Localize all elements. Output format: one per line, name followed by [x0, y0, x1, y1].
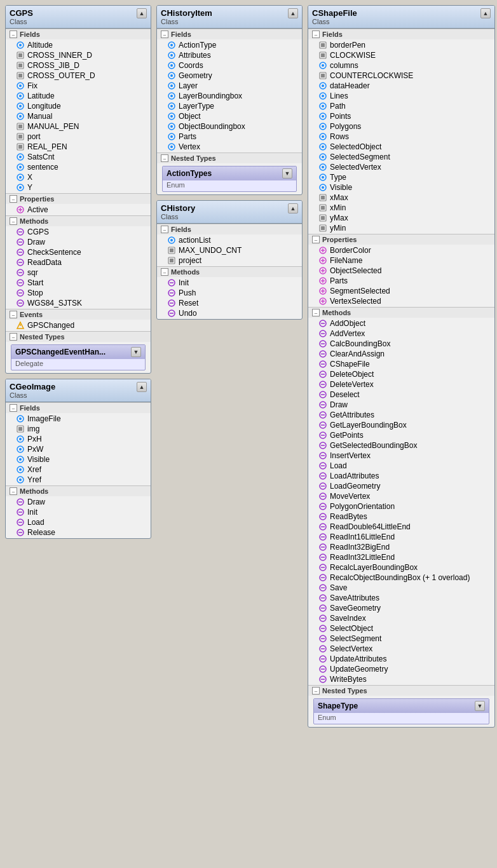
list-item[interactable]: Manual	[6, 111, 151, 121]
list-item[interactable]: Xref	[6, 465, 151, 475]
nested-type-actiontypes-collapse[interactable]: ▼	[282, 168, 292, 179]
cshapefile-properties-toggle[interactable]: –	[312, 236, 320, 243]
list-item[interactable]: port	[6, 132, 151, 142]
list-item[interactable]: Stop	[6, 288, 151, 298]
list-item[interactable]: img	[6, 424, 151, 434]
list-item[interactable]: SelectVertex	[308, 644, 494, 654]
list-item[interactable]: MAX_UNDO_CNT	[157, 245, 302, 255]
list-item[interactable]: ReadInt32BigEnd	[308, 542, 494, 552]
list-item[interactable]: Longitude	[6, 101, 151, 111]
list-item[interactable]: Polygons	[308, 121, 494, 132]
list-item[interactable]: Attributes	[157, 50, 302, 60]
list-item[interactable]: BorderColor	[308, 245, 494, 255]
list-item[interactable]: MANUAL_PEN	[6, 121, 151, 132]
list-item[interactable]: Draw	[6, 497, 151, 507]
cshapefile-nested-toggle[interactable]: –	[312, 687, 320, 695]
list-item[interactable]: CLOCKWISE	[308, 50, 494, 60]
list-item[interactable]: PxW	[6, 444, 151, 454]
list-item[interactable]: xMin	[308, 203, 494, 213]
list-item[interactable]: CROSS_JIB_D	[6, 60, 151, 71]
list-item[interactable]: SaveIndex	[308, 613, 494, 623]
list-item[interactable]: CalcBoundingBox	[308, 339, 494, 349]
list-item[interactable]: dataHeader	[308, 81, 494, 91]
chistoryitem-collapse-btn[interactable]: ▲	[288, 8, 298, 18]
list-item[interactable]: Parts	[308, 276, 494, 286]
cgeoimage-fields-toggle[interactable]: –	[10, 404, 17, 412]
list-item[interactable]: Path	[308, 101, 494, 111]
list-item[interactable]: Load	[6, 517, 151, 527]
list-item[interactable]: CShapeFile	[308, 359, 494, 369]
list-item[interactable]: InsertVertex	[308, 451, 494, 461]
list-item[interactable]: Yref	[6, 475, 151, 485]
list-item[interactable]: Init	[157, 278, 302, 288]
chistory-fields-toggle[interactable]: –	[161, 226, 168, 233]
list-item[interactable]: ReadInt32LittleEnd	[308, 552, 494, 562]
list-item[interactable]: Geometry	[157, 71, 302, 81]
list-item[interactable]: borderPen	[308, 40, 494, 50]
list-item[interactable]: Coords	[157, 60, 302, 71]
list-item[interactable]: LayerBoundingbox	[157, 91, 302, 101]
list-item[interactable]: VertexSelected	[308, 296, 494, 306]
list-item[interactable]: SelectedVertex	[308, 162, 494, 172]
list-item[interactable]: CGPS	[6, 227, 151, 237]
list-item[interactable]: UpdateGeometry	[308, 664, 494, 674]
chistoryitem-fields-toggle[interactable]: –	[161, 31, 168, 38]
list-item[interactable]: FileName	[308, 255, 494, 266]
list-item[interactable]: Draw	[308, 400, 494, 410]
list-item[interactable]: GPSChanged	[6, 320, 151, 330]
cgeoimage-methods-toggle[interactable]: –	[10, 487, 17, 495]
list-item[interactable]: Layer	[157, 81, 302, 91]
chistory-methods-toggle[interactable]: –	[161, 268, 168, 276]
list-item[interactable]: UpdateAttributes	[308, 654, 494, 664]
list-item[interactable]: LayerType	[157, 101, 302, 111]
list-item[interactable]: MoveVertex	[308, 491, 494, 501]
cgeoimage-collapse-btn[interactable]: ▲	[137, 382, 147, 392]
list-item[interactable]: PolygonOrientation	[308, 501, 494, 512]
list-item[interactable]: yMax	[308, 213, 494, 223]
cgps-nested-toggle[interactable]: –	[10, 333, 17, 341]
cgps-properties-toggle[interactable]: –	[10, 195, 17, 203]
list-item[interactable]: Load	[308, 461, 494, 471]
list-item[interactable]: SegmentSelected	[308, 286, 494, 296]
list-item[interactable]: yMin	[308, 223, 494, 233]
list-item[interactable]: LoadAttributes	[308, 471, 494, 481]
cshapefile-collapse-btn[interactable]: ▲	[480, 8, 491, 18]
list-item[interactable]: COUNTERCLOCKWISE	[308, 71, 494, 81]
list-item[interactable]: CROSS_INNER_D	[6, 50, 151, 60]
list-item[interactable]: SelectedSegment	[308, 152, 494, 162]
list-item[interactable]: GetSelectedBoundingBox	[308, 440, 494, 451]
list-item[interactable]: actionList	[157, 235, 302, 245]
list-item[interactable]: SatsCnt	[6, 152, 151, 162]
list-item[interactable]: Lines	[308, 91, 494, 101]
list-item[interactable]: WGS84_SJTSK	[6, 298, 151, 308]
nested-type-collapse[interactable]: ▼	[131, 347, 141, 357]
list-item[interactable]: Object	[157, 111, 302, 121]
cgps-fields-toggle[interactable]: –	[10, 31, 17, 38]
list-item[interactable]: CROSS_OUTER_D	[6, 71, 151, 81]
list-item[interactable]: LoadGeometry	[308, 481, 494, 491]
list-item[interactable]: PxH	[6, 434, 151, 444]
list-item[interactable]: Draw	[6, 237, 151, 247]
list-item[interactable]: ReadBytes	[308, 512, 494, 522]
nested-type-shapetype-collapse[interactable]: ▼	[475, 701, 485, 711]
list-item[interactable]: Active	[6, 205, 151, 215]
list-item[interactable]: X	[6, 172, 151, 182]
list-item[interactable]: GetAttributes	[308, 410, 494, 420]
list-item[interactable]: Vertex	[157, 142, 302, 152]
list-item[interactable]: AddObject	[308, 318, 494, 329]
cgps-events-toggle[interactable]: –	[10, 311, 17, 318]
list-item[interactable]: SelectObject	[308, 623, 494, 634]
list-item[interactable]: DeleteObject	[308, 369, 494, 379]
cgps-collapse-btn[interactable]: ▲	[137, 8, 147, 18]
list-item[interactable]: Parts	[157, 132, 302, 142]
list-item[interactable]: Reset	[157, 298, 302, 308]
list-item[interactable]: Y	[6, 182, 151, 193]
list-item[interactable]: DeleteVertex	[308, 379, 494, 390]
list-item[interactable]: xMax	[308, 193, 494, 203]
list-item[interactable]: Push	[157, 288, 302, 298]
list-item[interactable]: Fix	[6, 81, 151, 91]
list-item[interactable]: ActionType	[157, 40, 302, 50]
cshapefile-fields-toggle[interactable]: –	[312, 31, 320, 38]
list-item[interactable]: RecalcObjectBoundingBox (+ 1 overload)	[308, 573, 494, 583]
list-item[interactable]: ReadData	[6, 257, 151, 268]
